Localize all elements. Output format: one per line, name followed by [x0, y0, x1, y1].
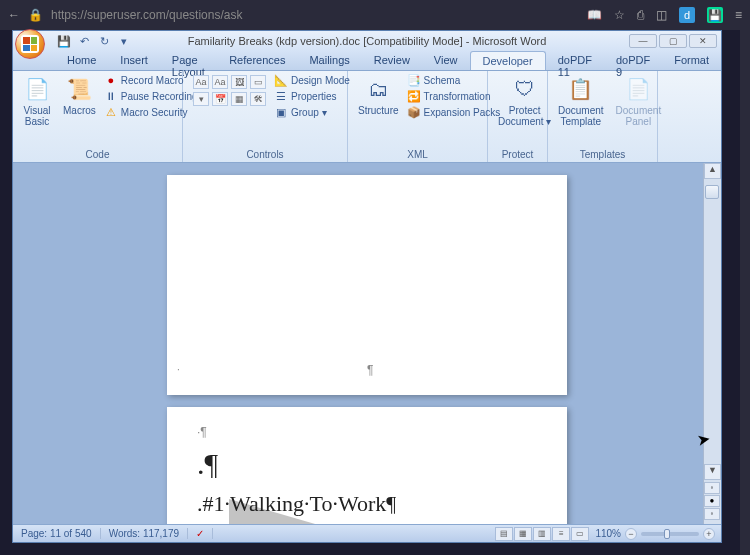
ribbon-tabs: Home Insert Page Layout References Maili… — [13, 51, 721, 71]
structure-button[interactable]: 🗂Structure — [354, 73, 403, 118]
design-mode-icon: 📐 — [274, 73, 288, 87]
ribbon: 📄Visual Basic 📜Macros ●Record Macro ⏸Pau… — [13, 71, 721, 163]
quick-access-toolbar: 💾 ↶ ↻ ▾ — [57, 34, 131, 48]
protect-icon: 🛡 — [511, 75, 539, 103]
security-icon: ⚠ — [104, 105, 118, 119]
tab-view[interactable]: View — [422, 51, 470, 70]
tab-review[interactable]: Review — [362, 51, 422, 70]
visual-basic-icon: 📄 — [23, 75, 51, 103]
properties-button[interactable]: ☰Properties — [274, 89, 350, 103]
print-layout-view-icon[interactable]: ▤ — [495, 527, 513, 541]
doc-line-3[interactable]: .#1·Walking·To·Work¶ — [197, 491, 537, 517]
scroll-up-icon[interactable]: ▲ — [704, 163, 721, 179]
qat-undo-icon[interactable]: ↶ — [77, 34, 91, 48]
next-page-icon[interactable]: ◦ — [704, 508, 720, 520]
draft-view-icon[interactable]: ▭ — [571, 527, 589, 541]
schema-icon: 📑 — [407, 73, 421, 87]
outline-view-icon[interactable]: ≡ — [552, 527, 570, 541]
word-count[interactable]: Words: 117,179 — [101, 528, 188, 539]
protect-document-button[interactable]: 🛡Protect Document ▾ — [494, 73, 555, 129]
menu-icon[interactable]: ≡ — [735, 8, 742, 22]
scroll-thumb[interactable] — [705, 185, 719, 199]
expansion-icon: 📦 — [407, 105, 421, 119]
lock-icon: 🔒 — [28, 8, 43, 22]
ribbon-group-xml: 🗂Structure 📑Schema 🔁Transformation 📦Expa… — [348, 71, 488, 162]
tab-developer[interactable]: Developer — [470, 51, 546, 70]
document-template-button[interactable]: 📋Document Template — [554, 73, 608, 129]
page-status[interactable]: Page: 11 of 540 — [13, 528, 101, 539]
group-label-controls: Controls — [183, 149, 347, 160]
document-area[interactable]: · ¶ ·¶ .¶ .#1·Walking·To·Work¶ — [13, 163, 721, 524]
document-page-2[interactable]: ·¶ .¶ .#1·Walking·To·Work¶ — [167, 407, 567, 524]
visual-basic-button[interactable]: 📄Visual Basic — [19, 73, 55, 129]
ribbon-group-controls: AaAa🖼▭ ▾📅▦🛠 📐Design Mode ☰Properties ▣Gr… — [183, 71, 348, 162]
full-screen-view-icon[interactable]: ▦ — [514, 527, 532, 541]
group-label-code: Code — [13, 149, 182, 160]
back-icon[interactable]: ← — [8, 8, 20, 22]
pause-icon: ⏸ — [104, 89, 118, 103]
web-layout-view-icon[interactable]: ▥ — [533, 527, 551, 541]
zoom-slider[interactable] — [641, 532, 699, 536]
qat-redo-icon[interactable]: ↻ — [97, 34, 111, 48]
maximize-button[interactable]: ▢ — [659, 34, 687, 48]
paragraph-mark: ¶ — [367, 363, 373, 377]
prev-page-icon[interactable]: ◦ — [704, 482, 720, 494]
combo-control-icon[interactable]: ▭ — [250, 75, 266, 89]
tab-format[interactable]: Format — [662, 51, 721, 70]
qat-customize-icon[interactable]: ▾ — [117, 34, 131, 48]
block-control-icon[interactable]: ▦ — [231, 92, 247, 106]
expansion-packs-button[interactable]: 📦Expansion Packs — [407, 105, 501, 119]
document-page-1[interactable]: · ¶ — [167, 175, 567, 395]
properties-icon: ☰ — [274, 89, 288, 103]
group-button[interactable]: ▣Group ▾ — [274, 105, 350, 119]
sidebar-icon[interactable]: ◫ — [656, 8, 667, 22]
richtext-control-icon[interactable]: Aa — [193, 75, 209, 89]
vertical-scrollbar[interactable]: ▲ ▼ ◦ ● ◦ — [703, 163, 721, 524]
transformation-button[interactable]: 🔁Transformation — [407, 89, 501, 103]
zoom-slider-thumb[interactable] — [664, 529, 670, 539]
zoom-in-button[interactable]: + — [703, 528, 715, 540]
tab-page-layout[interactable]: Page Layout — [160, 51, 217, 70]
extension-d-icon[interactable]: d — [679, 7, 695, 23]
structure-icon: 🗂 — [364, 75, 392, 103]
schema-button[interactable]: 📑Schema — [407, 73, 501, 87]
date-control-icon[interactable]: 📅 — [212, 92, 228, 106]
dropdown-control-icon[interactable]: ▾ — [193, 92, 209, 106]
tab-mailings[interactable]: Mailings — [297, 51, 361, 70]
office-button[interactable] — [15, 29, 45, 59]
browse-object-icon[interactable]: ● — [704, 495, 720, 507]
design-mode-button[interactable]: 📐Design Mode — [274, 73, 350, 87]
library-icon[interactable]: ⎙ — [637, 8, 644, 22]
tab-references[interactable]: References — [217, 51, 297, 70]
browser-address-bar: ← 🔒 https://superuser.com/questions/ask … — [0, 0, 750, 30]
text-control-icon[interactable]: Aa — [212, 75, 228, 89]
tab-dopdf11[interactable]: doPDF 11 — [546, 51, 604, 70]
zoom-percent[interactable]: 110% — [595, 528, 621, 539]
browser-scrollbar[interactable] — [740, 30, 750, 555]
legacy-control-icon[interactable]: 🛠 — [250, 92, 266, 106]
group-label-protect: Protect — [488, 149, 547, 160]
doc-line-2: .¶ — [197, 447, 537, 481]
scroll-down-icon[interactable]: ▼ — [704, 464, 721, 480]
tab-insert[interactable]: Insert — [108, 51, 160, 70]
group-label-xml: XML — [348, 149, 487, 160]
controls-gallery[interactable]: AaAa🖼▭ ▾📅▦🛠 — [189, 73, 270, 108]
save-page-icon[interactable]: 💾 — [707, 7, 723, 23]
picture-control-icon[interactable]: 🖼 — [231, 75, 247, 89]
doc-panel-icon: 📄 — [624, 75, 652, 103]
macros-button[interactable]: 📜Macros — [59, 73, 100, 118]
zoom-out-button[interactable]: − — [625, 528, 637, 540]
paragraph-dot: · — [177, 364, 180, 375]
close-button[interactable]: ✕ — [689, 34, 717, 48]
minimize-button[interactable]: — — [629, 34, 657, 48]
tab-home[interactable]: Home — [55, 51, 108, 70]
star-icon[interactable]: ☆ — [614, 8, 625, 22]
macros-icon: 📜 — [65, 75, 93, 103]
document-panel-button[interactable]: 📄Document Panel — [612, 73, 666, 129]
proofing-status[interactable]: ✓ — [188, 528, 213, 539]
url-text[interactable]: https://superuser.com/questions/ask — [51, 8, 575, 22]
reader-mode-icon[interactable]: 📖 — [587, 8, 602, 22]
qat-save-icon[interactable]: 💾 — [57, 34, 71, 48]
tab-dopdf9[interactable]: doPDF 9 — [604, 51, 662, 70]
ribbon-group-protect: 🛡Protect Document ▾ Protect — [488, 71, 548, 162]
